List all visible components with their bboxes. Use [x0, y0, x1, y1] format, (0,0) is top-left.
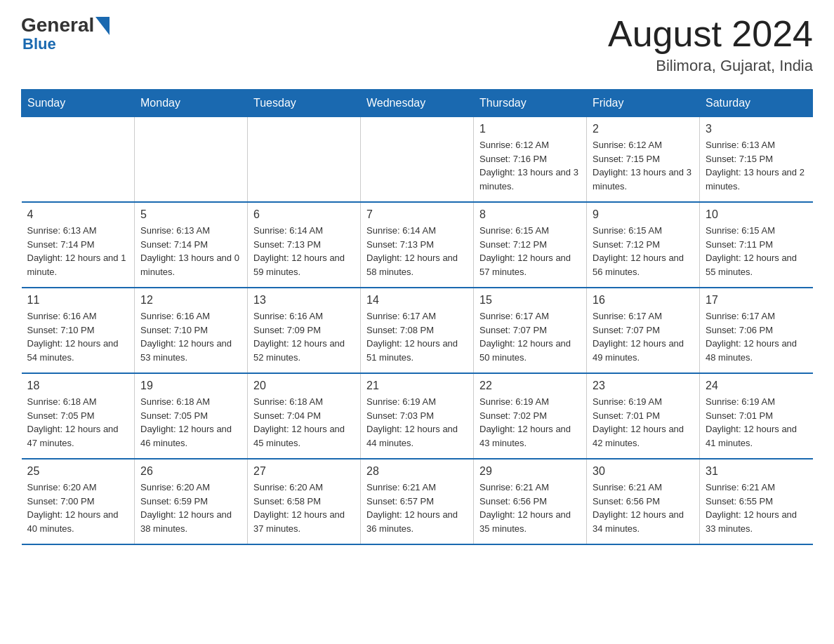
day-info: Sunrise: 6:12 AM Sunset: 7:15 PM Dayligh…	[593, 138, 694, 193]
day-info: Sunrise: 6:20 AM Sunset: 6:59 PM Dayligh…	[140, 481, 241, 535]
calendar-cell: 25Sunrise: 6:20 AM Sunset: 7:00 PM Dayli…	[22, 459, 135, 544]
page-header: General Blue August 2024 Bilimora, Gujar…	[21, 14, 813, 75]
day-number: 21	[366, 380, 468, 392]
logo-general-text: General	[21, 14, 94, 36]
day-number: 14	[366, 294, 468, 307]
day-info: Sunrise: 6:21 AM Sunset: 6:56 PM Dayligh…	[593, 481, 694, 535]
calendar-cell: 7Sunrise: 6:14 AM Sunset: 7:13 PM Daylig…	[361, 202, 474, 288]
calendar-cell: 17Sunrise: 6:17 AM Sunset: 7:06 PM Dayli…	[700, 288, 813, 373]
calendar-cell: 28Sunrise: 6:21 AM Sunset: 6:57 PM Dayli…	[361, 459, 474, 544]
calendar-cell: 18Sunrise: 6:18 AM Sunset: 7:05 PM Dayli…	[22, 373, 135, 459]
header-cell-sunday: Sunday	[22, 90, 135, 117]
logo-triangle-icon	[95, 17, 110, 35]
calendar-cell: 31Sunrise: 6:21 AM Sunset: 6:55 PM Dayli…	[700, 459, 813, 544]
calendar-cell: 22Sunrise: 6:19 AM Sunset: 7:02 PM Dayli…	[474, 373, 587, 459]
day-number: 28	[366, 465, 468, 478]
day-number: 16	[593, 294, 694, 307]
week-row-2: 4Sunrise: 6:13 AM Sunset: 7:14 PM Daylig…	[22, 202, 813, 288]
day-number: 2	[593, 123, 694, 135]
day-info: Sunrise: 6:16 AM Sunset: 7:10 PM Dayligh…	[27, 309, 129, 364]
day-number: 9	[593, 208, 694, 221]
header-row: SundayMondayTuesdayWednesdayThursdayFrid…	[22, 90, 813, 117]
day-info: Sunrise: 6:20 AM Sunset: 6:58 PM Dayligh…	[253, 481, 355, 535]
day-info: Sunrise: 6:18 AM Sunset: 7:05 PM Dayligh…	[140, 395, 241, 450]
day-number: 22	[479, 380, 581, 392]
logo-blue-text: Blue	[22, 35, 56, 53]
calendar-cell: 23Sunrise: 6:19 AM Sunset: 7:01 PM Dayli…	[587, 373, 700, 459]
calendar-cell: 24Sunrise: 6:19 AM Sunset: 7:01 PM Dayli…	[700, 373, 813, 459]
day-info: Sunrise: 6:21 AM Sunset: 6:55 PM Dayligh…	[706, 481, 807, 535]
calendar-cell: 30Sunrise: 6:21 AM Sunset: 6:56 PM Dayli…	[587, 459, 700, 544]
calendar-cell: 8Sunrise: 6:15 AM Sunset: 7:12 PM Daylig…	[474, 202, 587, 288]
day-number: 11	[27, 294, 129, 307]
header-cell-friday: Friday	[587, 90, 700, 117]
day-info: Sunrise: 6:16 AM Sunset: 7:09 PM Dayligh…	[253, 309, 355, 364]
day-number: 24	[706, 380, 807, 392]
calendar-cell: 14Sunrise: 6:17 AM Sunset: 7:08 PM Dayli…	[361, 288, 474, 373]
calendar-cell: 15Sunrise: 6:17 AM Sunset: 7:07 PM Dayli…	[474, 288, 587, 373]
day-number: 30	[593, 465, 694, 478]
week-row-4: 18Sunrise: 6:18 AM Sunset: 7:05 PM Dayli…	[22, 373, 813, 459]
week-row-3: 11Sunrise: 6:16 AM Sunset: 7:10 PM Dayli…	[22, 288, 813, 373]
calendar-cell: 5Sunrise: 6:13 AM Sunset: 7:14 PM Daylig…	[135, 202, 248, 288]
logo: General Blue	[21, 14, 110, 53]
day-info: Sunrise: 6:14 AM Sunset: 7:13 PM Dayligh…	[366, 224, 468, 279]
day-info: Sunrise: 6:19 AM Sunset: 7:03 PM Dayligh…	[366, 395, 468, 450]
day-number: 17	[706, 294, 807, 307]
day-number: 4	[27, 208, 129, 221]
calendar-cell: 20Sunrise: 6:18 AM Sunset: 7:04 PM Dayli…	[248, 373, 361, 459]
day-info: Sunrise: 6:14 AM Sunset: 7:13 PM Dayligh…	[253, 224, 355, 279]
week-row-1: 1Sunrise: 6:12 AM Sunset: 7:16 PM Daylig…	[22, 117, 813, 203]
day-number: 25	[27, 465, 129, 478]
day-info: Sunrise: 6:19 AM Sunset: 7:02 PM Dayligh…	[479, 395, 581, 450]
calendar-cell: 16Sunrise: 6:17 AM Sunset: 7:07 PM Dayli…	[587, 288, 700, 373]
calendar-cell: 26Sunrise: 6:20 AM Sunset: 6:59 PM Dayli…	[135, 459, 248, 544]
calendar-table: SundayMondayTuesdayWednesdayThursdayFrid…	[21, 89, 813, 545]
week-row-5: 25Sunrise: 6:20 AM Sunset: 7:00 PM Dayli…	[22, 459, 813, 544]
day-info: Sunrise: 6:18 AM Sunset: 7:05 PM Dayligh…	[27, 395, 129, 450]
calendar-cell: 6Sunrise: 6:14 AM Sunset: 7:13 PM Daylig…	[248, 202, 361, 288]
day-info: Sunrise: 6:12 AM Sunset: 7:16 PM Dayligh…	[479, 138, 581, 193]
day-number: 19	[140, 380, 241, 392]
day-number: 29	[479, 465, 581, 478]
month-title: August 2024	[608, 14, 813, 54]
header-cell-saturday: Saturday	[700, 90, 813, 117]
header-cell-tuesday: Tuesday	[248, 90, 361, 117]
calendar-cell: 3Sunrise: 6:13 AM Sunset: 7:15 PM Daylig…	[700, 117, 813, 203]
day-info: Sunrise: 6:19 AM Sunset: 7:01 PM Dayligh…	[706, 395, 807, 450]
calendar-cell: 13Sunrise: 6:16 AM Sunset: 7:09 PM Dayli…	[248, 288, 361, 373]
day-number: 12	[140, 294, 241, 307]
day-number: 5	[140, 208, 241, 221]
day-info: Sunrise: 6:17 AM Sunset: 7:07 PM Dayligh…	[593, 309, 694, 364]
day-info: Sunrise: 6:15 AM Sunset: 7:11 PM Dayligh…	[706, 224, 807, 279]
day-info: Sunrise: 6:18 AM Sunset: 7:04 PM Dayligh…	[253, 395, 355, 450]
calendar-cell: 2Sunrise: 6:12 AM Sunset: 7:15 PM Daylig…	[587, 117, 700, 203]
svg-marker-0	[95, 17, 110, 35]
calendar-cell: 21Sunrise: 6:19 AM Sunset: 7:03 PM Dayli…	[361, 373, 474, 459]
calendar-cell	[135, 117, 248, 203]
day-info: Sunrise: 6:17 AM Sunset: 7:08 PM Dayligh…	[366, 309, 468, 364]
calendar-cell: 9Sunrise: 6:15 AM Sunset: 7:12 PM Daylig…	[587, 202, 700, 288]
calendar-body: 1Sunrise: 6:12 AM Sunset: 7:16 PM Daylig…	[22, 117, 813, 545]
day-info: Sunrise: 6:13 AM Sunset: 7:14 PM Dayligh…	[27, 224, 129, 279]
day-number: 18	[27, 380, 129, 392]
calendar-header: SundayMondayTuesdayWednesdayThursdayFrid…	[22, 90, 813, 117]
day-number: 27	[253, 465, 355, 478]
calendar-cell: 10Sunrise: 6:15 AM Sunset: 7:11 PM Dayli…	[700, 202, 813, 288]
day-info: Sunrise: 6:15 AM Sunset: 7:12 PM Dayligh…	[479, 224, 581, 279]
day-info: Sunrise: 6:17 AM Sunset: 7:07 PM Dayligh…	[479, 309, 581, 364]
header-cell-thursday: Thursday	[474, 90, 587, 117]
day-number: 7	[366, 208, 468, 221]
day-number: 3	[706, 123, 807, 135]
day-number: 8	[479, 208, 581, 221]
day-number: 15	[479, 294, 581, 307]
calendar-cell: 12Sunrise: 6:16 AM Sunset: 7:10 PM Dayli…	[135, 288, 248, 373]
day-number: 1	[479, 123, 581, 135]
day-number: 6	[253, 208, 355, 221]
day-info: Sunrise: 6:16 AM Sunset: 7:10 PM Dayligh…	[140, 309, 241, 364]
location-title: Bilimora, Gujarat, India	[608, 57, 813, 75]
calendar-cell	[22, 117, 135, 203]
day-number: 10	[706, 208, 807, 221]
day-info: Sunrise: 6:17 AM Sunset: 7:06 PM Dayligh…	[706, 309, 807, 364]
calendar-cell: 4Sunrise: 6:13 AM Sunset: 7:14 PM Daylig…	[22, 202, 135, 288]
